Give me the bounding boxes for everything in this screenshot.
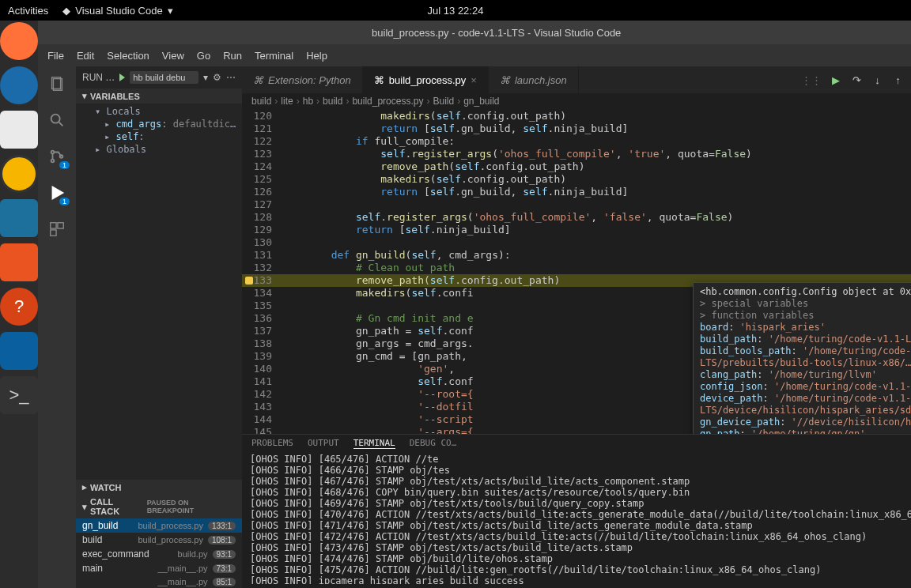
watch-section[interactable]: ▸ WATCH — [76, 480, 242, 495]
tooltip-entry[interactable]: device_path: '/home/turing/code-v1.1-LTS… — [700, 393, 911, 416]
step-into-icon[interactable]: ↓ — [871, 74, 883, 86]
breadcrumb[interactable]: build›lite›hb›build›build_process.py›Bui… — [242, 93, 911, 110]
callstack-frame[interactable]: __main__.py85:1 — [76, 575, 242, 588]
file-icon: ⌘ — [500, 74, 510, 86]
editor-tab[interactable]: ⌘build_process.py× — [363, 66, 489, 93]
activity-bar: 1 1 — [38, 66, 76, 588]
variable-cmd_args[interactable]: ▸ cmd_args: defaultdict( — [76, 118, 242, 130]
menu-selection[interactable]: Selection — [107, 50, 149, 62]
step-over-icon[interactable]: ↷ — [850, 74, 863, 86]
rhythmbox-icon[interactable] — [0, 155, 38, 193]
menu-edit[interactable]: Edit — [77, 50, 94, 62]
code-line[interactable]: 128 self.register_args('ohos_full_compil… — [242, 211, 911, 224]
locals-group[interactable]: ▾ Locals — [76, 105, 242, 118]
libreoffice-icon[interactable] — [0, 199, 38, 237]
launch-config-select[interactable]: hb build debu — [130, 71, 198, 84]
breadcrumb-item[interactable]: hb — [303, 96, 313, 107]
lower-panel: PROBLEMSOUTPUTTERMINALDEBUG CO… [OHOS IN… — [242, 434, 911, 584]
panel-tab-output[interactable]: OUTPUT — [308, 438, 339, 449]
editor-tab-bar: ⌘Extension: Python⌘build_process.py×⌘lau… — [242, 66, 911, 93]
globals-group[interactable]: ▸ Globals — [76, 143, 242, 156]
callstack-frame[interactable]: buildbuild_process.py108:1 — [76, 533, 242, 547]
breadcrumb-item[interactable]: build — [323, 96, 342, 107]
code-line[interactable]: 130 — [242, 236, 911, 249]
editor-tab[interactable]: ⌘Extension: Python — [242, 66, 363, 93]
run-debug-icon[interactable]: 1 — [47, 183, 66, 202]
tooltip-entry[interactable]: build_path: '/home/turing/code-v1.1-LTS/… — [700, 334, 911, 345]
variables-section[interactable]: ▾ VARIABLES — [76, 89, 242, 104]
tooltip-entry[interactable]: clang_path: '/home/turing/llvm' — [700, 369, 911, 381]
explorer-icon[interactable] — [47, 74, 66, 93]
svg-point-5 — [51, 160, 55, 163]
code-line[interactable]: 122 if full_compile: — [242, 135, 911, 148]
breadcrumb-item[interactable]: build_process.py — [352, 96, 423, 107]
vscode-dock-icon[interactable] — [0, 332, 38, 370]
svg-rect-9 — [58, 223, 63, 228]
callstack-frame[interactable]: main__main__.py73:1 — [76, 561, 242, 575]
tooltip-entry[interactable]: build_tools_path: '/home/turing/code-v1.… — [700, 345, 911, 369]
extensions-icon[interactable] — [47, 220, 66, 239]
help-icon[interactable]: ? — [0, 288, 38, 326]
breadcrumb-item[interactable]: Build — [433, 96, 454, 107]
menu-go[interactable]: Go — [197, 50, 210, 62]
menu-run[interactable]: Run — [223, 50, 242, 62]
gear-icon[interactable]: ⚙ — [213, 72, 221, 83]
clock[interactable]: Jul 13 22:24 — [0, 5, 911, 17]
breadcrumb-item[interactable]: gn_build — [463, 96, 499, 107]
breadcrumb-item[interactable]: lite — [281, 96, 293, 107]
panel-tab-debug co…[interactable]: DEBUG CO… — [410, 438, 457, 449]
tooltip-entry[interactable]: board: 'hispark_aries' — [700, 322, 911, 334]
thunderbird-icon[interactable] — [0, 66, 38, 104]
debug-toolbar: ⋮⋮▶↷↓↑↻■ — [801, 74, 911, 86]
code-line[interactable]: 125 makedirs(self.config.out_path) — [242, 173, 911, 186]
tooltip-entry[interactable]: gn_path: '/home/turing/gn/gn' — [700, 428, 911, 434]
svg-rect-8 — [51, 223, 56, 228]
tooltip-entry[interactable]: gn_device_path: '//device/hisilicon/hisp… — [700, 416, 911, 428]
chevron-down-icon[interactable]: ▾ — [203, 72, 208, 83]
code-area[interactable]: <hb.common.config.Config object at 0x7f4… — [242, 110, 911, 434]
software-icon[interactable] — [0, 243, 38, 281]
panel-tab-terminal[interactable]: TERMINAL — [353, 438, 395, 449]
menu-file[interactable]: File — [47, 50, 64, 62]
menu-bar: FileEditSelectionViewGoRunTerminalHelp — [38, 44, 911, 66]
panel-tab-problems[interactable]: PROBLEMS — [251, 438, 293, 449]
tooltip-special-vars[interactable]: > special variables — [700, 298, 911, 310]
code-line[interactable]: 129 return [self.ninja_build] — [242, 224, 911, 236]
terminal-output[interactable]: [OHOS INFO] [465/476] ACTION //te [OHOS … — [242, 452, 911, 584]
svg-point-4 — [51, 151, 55, 154]
menu-terminal[interactable]: Terminal — [255, 50, 293, 62]
code-line[interactable]: 127 — [242, 198, 911, 211]
close-icon[interactable]: × — [471, 74, 477, 86]
more-icon[interactable]: ⋯ — [226, 72, 236, 83]
chevron-down-icon: ▾ — [82, 502, 87, 512]
continue-icon[interactable]: ▶ — [830, 74, 842, 86]
svg-rect-10 — [51, 230, 56, 236]
start-debug-icon[interactable] — [119, 74, 125, 81]
code-line[interactable]: 124 remove_path(self.config.out_path) — [242, 160, 911, 173]
variable-self[interactable]: ▸ self: — [76, 130, 242, 143]
menu-help[interactable]: Help — [306, 50, 327, 62]
files-icon[interactable] — [0, 111, 38, 149]
step-out-icon[interactable]: ↑ — [891, 74, 904, 86]
code-line[interactable]: 120 makedirs(self.config.out_path) — [242, 110, 911, 122]
callstack-frame[interactable]: exec_commandbuild.py93:1 — [76, 547, 242, 561]
menu-view[interactable]: View — [162, 50, 184, 62]
svg-marker-7 — [53, 187, 63, 199]
firefox-icon[interactable] — [0, 22, 38, 60]
editor-tab[interactable]: ⌘launch.json — [489, 66, 579, 93]
code-line[interactable]: 126 return [self.gn_build, self.ninja_bu… — [242, 186, 911, 198]
tooltip-entry[interactable]: config_json: '/home/turing/code-v1.1-LTS… — [700, 381, 911, 393]
drag-handle-icon[interactable]: ⋮⋮ — [801, 74, 822, 86]
callstack-section[interactable]: ▾ CALL STACK PAUSED ON BREAKPOINT — [76, 495, 242, 518]
code-line[interactable]: 121 return [self.gn_build, self.ninja_bu… — [242, 122, 911, 135]
code-line[interactable]: 131 def gn_build(self, cmd_args): — [242, 249, 911, 262]
source-control-icon[interactable]: 1 — [47, 147, 66, 166]
code-line[interactable]: 123 self.register_args('ohos_full_compil… — [242, 148, 911, 160]
debug-hover-tooltip: <hb.common.config.Config object at 0x7f4… — [693, 282, 911, 434]
breadcrumb-item[interactable]: build — [251, 96, 271, 107]
search-icon[interactable] — [47, 111, 66, 130]
code-line[interactable]: 132 # Clean out path — [242, 262, 911, 274]
terminal-dock-icon[interactable]: >_ — [0, 376, 38, 414]
tooltip-function-vars[interactable]: > function variables — [700, 310, 911, 322]
callstack-frame[interactable]: gn_buildbuild_process.py133:1 — [76, 518, 242, 533]
